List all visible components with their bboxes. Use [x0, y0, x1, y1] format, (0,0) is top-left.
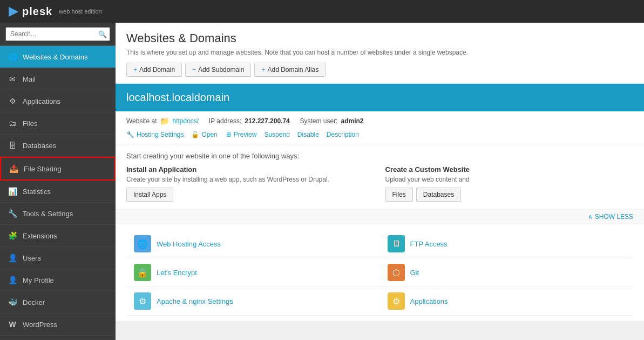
- domain-actions: 🔧 Hosting Settings 🔓 Open 🖥 Preview Susp…: [116, 129, 644, 144]
- add-subdomain-label: Add Subdomain: [198, 66, 244, 74]
- suspend-link[interactable]: Suspend: [264, 131, 289, 138]
- sidebar-item-statistics[interactable]: 📊 Statistics: [0, 181, 116, 203]
- applications-feature-link[interactable]: Applications: [410, 297, 448, 305]
- folder-icon: 🗂: [8, 118, 17, 128]
- install-grid: Install an Application Create your site …: [126, 165, 633, 202]
- preview-icon: 🖥: [225, 131, 232, 138]
- lets-encrypt-link[interactable]: Let's Encrypt: [157, 269, 197, 277]
- sidebar-item-label: Websites & Domains: [23, 53, 87, 61]
- apache-nginx-link[interactable]: Apache & nginx Settings: [157, 297, 233, 305]
- custom-website-heading: Create a Custom Website: [385, 165, 634, 174]
- description-link[interactable]: Description: [327, 131, 359, 138]
- search-icon: 🔍: [98, 30, 107, 38]
- topbar: ▶ plesk web host edition: [0, 0, 644, 23]
- wordpress-icon: W: [8, 319, 17, 329]
- add-domain-alias-button[interactable]: + Add Domain Alias: [254, 63, 326, 77]
- feature-git: ⬡ Git: [380, 258, 634, 287]
- sidebar-item-files[interactable]: 🗂 Files: [0, 112, 116, 135]
- page-description: This is where you set up and manage webs…: [126, 49, 633, 56]
- sidebar-item-extensions[interactable]: 🧩 Extensions: [0, 225, 116, 247]
- ip-label: IP address:: [209, 117, 241, 125]
- lets-encrypt-icon: 🔒: [134, 264, 151, 281]
- ftp-access-link[interactable]: FTP Access: [410, 240, 448, 248]
- show-less-bar[interactable]: ∧ SHOW LESS: [116, 210, 644, 224]
- content-header: Websites & Domains This is where you set…: [116, 23, 644, 84]
- sidebar-item-users[interactable]: 👤 Users: [0, 247, 116, 269]
- main-layout: 🔍 🌐 Websites & Domains ✉ Mail ⚙ Applicat…: [0, 23, 644, 340]
- sidebar-item-label: WordPress: [23, 321, 57, 329]
- gear-icon: ⚙: [8, 96, 17, 106]
- globe-icon: 🌐: [8, 52, 17, 62]
- show-less-label: SHOW LESS: [595, 213, 633, 221]
- install-apps-button[interactable]: Install Apps: [126, 188, 173, 202]
- apache-nginx-icon: ⚙: [134, 292, 151, 310]
- files-button[interactable]: Files: [385, 188, 413, 202]
- sidebar-item-mail[interactable]: ✉ Mail: [0, 68, 116, 90]
- database-icon: 🗄: [8, 141, 17, 150]
- sidebar-item-label: My Profile: [23, 276, 54, 284]
- sidebar-item-label: Databases: [23, 142, 56, 150]
- docker-icon: 🐳: [8, 297, 17, 307]
- sidebar-item-label: Tools & Settings: [23, 210, 73, 218]
- feature-grid: 🌐 Web Hosting Access 🖥 FTP Access 🔒 Let'…: [116, 224, 644, 321]
- install-app-col: Install an Application Create your site …: [126, 165, 375, 202]
- profile-icon: 👤: [8, 275, 17, 285]
- plesk-icon: ▶: [9, 4, 18, 18]
- hosting-settings-link[interactable]: 🔧 Hosting Settings: [126, 131, 184, 138]
- system-user-label: System user:: [300, 117, 337, 125]
- folder-icon: 📁: [160, 117, 169, 125]
- sidebar-item-docker[interactable]: 🐳 Docker: [0, 291, 116, 314]
- sidebar-item-my-profile[interactable]: 👤 My Profile: [0, 269, 116, 291]
- open-link[interactable]: 🔓 Open: [191, 131, 217, 138]
- sidebar-item-label: Statistics: [23, 188, 51, 196]
- domain-action-buttons: + Add Domain + Add Subdomain + Add Domai…: [126, 63, 633, 77]
- web-hosting-access-link[interactable]: Web Hosting Access: [157, 240, 221, 248]
- sidebar-item-file-sharing[interactable]: 📤 File Sharing: [0, 157, 116, 181]
- install-section: Start creating your website in one of th…: [116, 144, 644, 210]
- share-icon: 📤: [9, 164, 18, 174]
- tools-icon: 🔧: [8, 209, 17, 218]
- logo-text: plesk: [22, 5, 52, 18]
- plus-icon: +: [133, 66, 137, 74]
- domain-name: localhost.localdomain: [126, 91, 229, 103]
- custom-website-desc: Upload your web content and: [385, 176, 634, 183]
- git-link[interactable]: Git: [410, 269, 419, 277]
- sidebar-item-label: Users: [23, 254, 41, 262]
- page-title: Websites & Domains: [126, 31, 633, 45]
- install-app-desc: Create your site by installing a web app…: [126, 176, 375, 183]
- sidebar: 🔍 🌐 Websites & Domains ✉ Mail ⚙ Applicat…: [0, 23, 116, 340]
- system-user-value: admin2: [341, 117, 363, 125]
- ftp-icon: 🖥: [388, 235, 405, 252]
- disable-link[interactable]: Disable: [297, 131, 319, 138]
- add-subdomain-button[interactable]: + Add Subdomain: [185, 63, 251, 77]
- domain-header: localhost.localdomain: [116, 84, 644, 111]
- databases-button[interactable]: Databases: [416, 188, 461, 202]
- chevron-up-icon: ∧: [588, 213, 593, 221]
- sidebar-item-tools-settings[interactable]: 🔧 Tools & Settings: [0, 203, 116, 225]
- chart-icon: 📊: [8, 186, 17, 196]
- sidebar-item-databases[interactable]: 🗄 Databases: [0, 135, 116, 157]
- search-box[interactable]: 🔍: [0, 23, 116, 46]
- custom-website-col: Create a Custom Website Upload your web …: [385, 165, 634, 202]
- search-input[interactable]: [5, 27, 110, 41]
- sidebar-item-label: Docker: [23, 298, 45, 306]
- feature-ftp-access: 🖥 FTP Access: [380, 230, 634, 258]
- website-at-label: Website at: [126, 117, 157, 125]
- plus-icon: +: [261, 66, 265, 74]
- wrench-icon: 🔧: [126, 131, 134, 138]
- domain-info: Website at 📁 httpdocs/ IP address: 212.2…: [116, 111, 644, 129]
- feature-applications: ⚙ Applications: [380, 287, 634, 316]
- sidebar-item-applications[interactable]: ⚙ Applications: [0, 90, 116, 112]
- httpdocs-link[interactable]: httpdocs/: [172, 117, 199, 125]
- install-intro: Start creating your website in one of th…: [126, 152, 633, 160]
- sidebar-item-label: Files: [23, 119, 37, 128]
- preview-link[interactable]: 🖥 Preview: [225, 131, 257, 138]
- domain-section: localhost.localdomain Website at 📁 httpd…: [116, 84, 644, 321]
- extensions-icon: 🧩: [8, 231, 17, 241]
- edition-text: web host edition: [59, 8, 102, 15]
- sidebar-item-websites-domains[interactable]: 🌐 Websites & Domains: [0, 46, 116, 68]
- logo: ▶ plesk web host edition: [9, 4, 102, 18]
- add-domain-alias-label: Add Domain Alias: [268, 66, 319, 74]
- add-domain-button[interactable]: + Add Domain: [126, 63, 182, 77]
- sidebar-item-wordpress[interactable]: W WordPress: [0, 314, 116, 336]
